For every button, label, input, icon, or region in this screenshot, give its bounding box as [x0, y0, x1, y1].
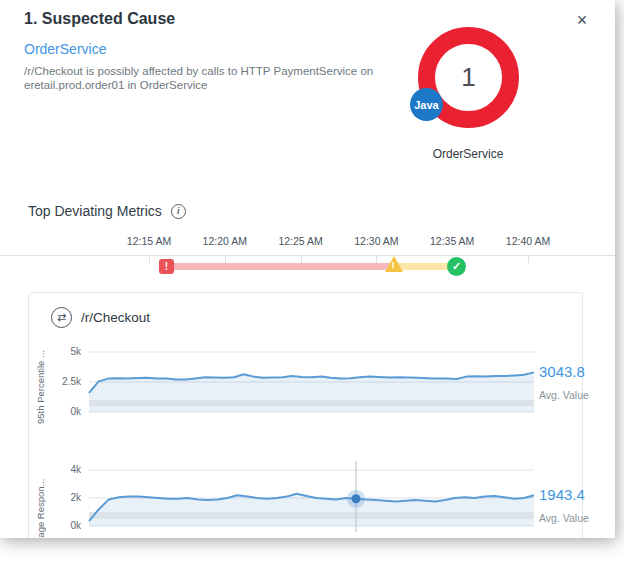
service-link[interactable]: OrderService: [24, 41, 106, 57]
timeline-tick-label: 12:25 AM: [269, 235, 333, 247]
critical-exclamation-icon[interactable]: !: [159, 259, 174, 274]
close-icon[interactable]: ×: [570, 8, 594, 32]
transfer-arrows-icon: ⇄: [51, 307, 72, 328]
timeline-tick: [225, 255, 226, 263]
timeline-critical-segment[interactable]: [162, 263, 393, 270]
info-icon[interactable]: i: [171, 204, 186, 219]
y-axis-tick: 5k: [45, 346, 81, 357]
y-axis-tick: 0k: [45, 406, 81, 417]
timeline-tick: [149, 255, 150, 263]
avg-value-caption: Avg. Value: [539, 389, 609, 401]
line-chart[interactable]: [89, 462, 534, 532]
cause-ring-label: OrderService: [393, 147, 543, 161]
cause-count: 1: [461, 62, 475, 93]
avg-value: 3043.8: [539, 363, 609, 380]
timeline-tick-label: 12:35 AM: [420, 235, 484, 247]
timeline-tick-label: 12:20 AM: [193, 235, 257, 247]
chart-average-response[interactable]: Average Respon... 4k2k0k 1943.4 Avg. Val…: [29, 462, 584, 538]
metric-card: ⇄ /r/Checkout 95th Percentile ... 5k2.5k…: [28, 292, 583, 538]
timeline-axis-labels: 12:15 AM12:20 AM12:25 AM12:30 AM12:35 AM…: [0, 235, 615, 249]
y-axis-tick: 2k: [45, 492, 81, 503]
chart-95th-percentile[interactable]: 95th Percentile ... 5k2.5k0k 3043.8 Avg.…: [29, 345, 584, 429]
timeline-tick: [376, 255, 377, 263]
timeline-axis-line: [0, 255, 615, 256]
timeline-tick-label: 12:30 AM: [344, 235, 408, 247]
java-icon: Java: [410, 88, 443, 121]
ok-check-icon[interactable]: ✓: [447, 257, 466, 276]
warning-triangle-icon[interactable]: !: [385, 256, 403, 272]
timeline-tick: [528, 255, 529, 263]
section-title: Top Deviating Metrics: [28, 203, 162, 219]
cause-description: /r/Checkout is possibly affected by call…: [24, 64, 374, 92]
timeline-tick-label: 12:40 AM: [496, 235, 560, 247]
y-axis-tick: 4k: [45, 464, 81, 475]
cursor-dot: [352, 494, 361, 503]
avg-value-caption: Avg. Value: [539, 512, 609, 524]
avg-value: 1943.4: [539, 486, 609, 503]
timeline-tick-label: 12:15 AM: [117, 235, 181, 247]
y-axis-tick: 2.5k: [45, 376, 81, 387]
metric-card-title: /r/Checkout: [81, 310, 150, 325]
suspected-cause-panel: 1. Suspected Cause × OrderService /r/Che…: [0, 0, 615, 538]
y-axis-tick: 0k: [45, 520, 81, 531]
timeline-tick: [301, 255, 302, 263]
page-title: 1. Suspected Cause: [24, 10, 175, 28]
line-chart[interactable]: [89, 352, 534, 414]
